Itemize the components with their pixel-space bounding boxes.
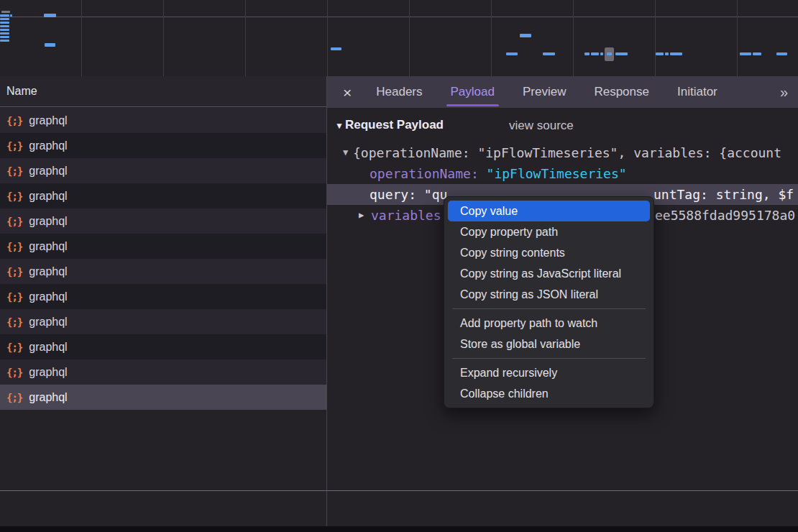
window-bottom-edge (0, 526, 798, 532)
json-icon: {;} (6, 216, 22, 227)
request-timing-bar (740, 52, 751, 55)
menu-item-collapse-children[interactable]: Collapse children (444, 383, 653, 404)
payload-object-preview: {operationName: "ipFlowTimeseries", vari… (353, 142, 781, 163)
request-row[interactable]: {;}graphql (0, 158, 326, 183)
menu-item-expand-recursively[interactable]: Expand recursively (444, 362, 653, 383)
status-bar-divider (0, 490, 798, 491)
request-timing-bar (0, 22, 9, 24)
request-timing-bar (0, 29, 9, 31)
request-name: graphql (29, 165, 67, 178)
operation-name-row[interactable]: operationName: "ipFlowTimeseries" (327, 163, 798, 184)
overview-gridline (245, 0, 246, 76)
menu-item-copy-string-as-json-literal[interactable]: Copy string as JSON literal (444, 284, 653, 305)
context-menu: Copy valueCopy property pathCopy string … (444, 196, 654, 408)
request-name: graphql (29, 265, 67, 278)
json-icon: {;} (6, 241, 22, 252)
request-name: graphql (29, 391, 67, 404)
menu-item-add-property-path-to-watch[interactable]: Add property path to watch (444, 313, 653, 334)
menu-separator (452, 308, 646, 309)
request-row[interactable]: {;}graphql (0, 284, 326, 309)
property-value: "ipFlowTimeseries" (487, 166, 627, 181)
request-row[interactable]: {;}graphql (0, 183, 326, 208)
details-tab-bar: × HeadersPayloadPreviewResponseInitiator… (327, 76, 798, 108)
overview-divider-line (0, 17, 798, 17)
property-key: variables (371, 205, 441, 226)
network-overview-timeline[interactable] (0, 0, 798, 77)
request-timing-bar (520, 34, 531, 37)
expand-triangle-icon[interactable]: ▼ (343, 142, 348, 163)
json-icon: {;} (6, 367, 22, 378)
menu-item-copy-string-contents[interactable]: Copy string contents (444, 242, 653, 263)
details-tabs: HeadersPayloadPreviewResponseInitiator (376, 76, 717, 108)
request-timing-bar (331, 47, 341, 50)
close-icon[interactable]: × (343, 85, 352, 100)
request-timing-bar (10, 14, 12, 17)
request-timing-bar (607, 52, 612, 55)
payload-root-row[interactable]: ▼ {operationName: "ipFlowTimeseries", va… (327, 142, 798, 163)
overview-gridline (81, 0, 82, 76)
request-row[interactable]: {;}graphql (0, 234, 326, 259)
menu-item-copy-string-as-javascript-literal[interactable]: Copy string as JavaScript literal (444, 263, 653, 284)
request-timing-bar (600, 52, 603, 55)
requests-table: Name {;}graphql{;}graphql{;}graphql{;}gr… (0, 76, 326, 490)
json-icon: {;} (6, 140, 22, 152)
request-rows: {;}graphql{;}graphql{;}graphql{;}graphql… (0, 108, 326, 410)
menu-item-copy-property-path[interactable]: Copy property path (444, 221, 653, 242)
tab-headers[interactable]: Headers (376, 76, 422, 108)
request-name: graphql (29, 290, 67, 303)
menu-item-copy-value[interactable]: Copy value (448, 201, 650, 221)
request-timing-bar (584, 52, 590, 55)
name-column-header[interactable]: Name (0, 76, 326, 107)
request-name: graphql (29, 366, 67, 379)
request-timing-bar (0, 14, 9, 17)
property-key: operationName: (370, 166, 479, 181)
request-name: graphql (29, 240, 67, 253)
collapse-triangle-icon[interactable]: ▶ (359, 205, 364, 226)
request-row[interactable]: {;}graphql (0, 108, 326, 133)
section-expand-triangle-icon[interactable]: ▼ (335, 121, 344, 131)
request-row[interactable]: {;}graphql (0, 309, 326, 334)
request-name: graphql (29, 316, 67, 329)
request-timing-bar (776, 52, 787, 55)
request-name: graphql (29, 190, 67, 203)
section-title: Request Payload (345, 118, 444, 132)
json-icon: {;} (6, 266, 22, 278)
json-icon: {;} (6, 316, 22, 328)
menu-separator (452, 358, 646, 359)
query-fragment-right: untTag: string, $f (653, 184, 794, 205)
request-timing-bar (656, 52, 664, 55)
request-timing-bar (591, 52, 599, 55)
tab-response[interactable]: Response (594, 76, 649, 108)
request-name: graphql (29, 215, 67, 228)
request-timing-bar (665, 52, 669, 55)
request-timing-bar (543, 52, 555, 55)
json-icon: {;} (6, 165, 22, 177)
tab-preview[interactable]: Preview (523, 76, 566, 108)
request-name: graphql (29, 139, 67, 152)
overview-gridline (655, 0, 656, 76)
request-row[interactable]: {;}graphql (0, 334, 326, 359)
menu-item-store-as-global-variable[interactable]: Store as global variable (444, 334, 653, 354)
request-timing-bar (506, 52, 518, 55)
request-timing-bar (0, 40, 9, 42)
overview-gridline (737, 0, 738, 76)
more-tabs-icon[interactable]: » (780, 84, 786, 101)
request-row[interactable]: {;}graphql (0, 259, 326, 284)
tab-initiator[interactable]: Initiator (677, 76, 717, 108)
view-source-link[interactable]: view source (509, 119, 574, 133)
request-timing-bar (0, 36, 9, 38)
overview-gridline (327, 0, 328, 76)
json-icon: {;} (6, 291, 22, 303)
json-icon: {;} (6, 341, 22, 353)
request-timing-bar (0, 25, 9, 27)
overview-gridline (163, 0, 164, 76)
request-row[interactable]: {;}graphql (0, 208, 326, 234)
tab-payload[interactable]: Payload (451, 76, 495, 108)
request-row[interactable]: {;}graphql (0, 133, 326, 158)
key-value-space (479, 166, 487, 181)
request-name: graphql (29, 341, 67, 354)
request-timing-bar (753, 52, 761, 55)
request-row[interactable]: {;}graphql (0, 359, 326, 385)
request-row[interactable]: {;}graphql (0, 385, 326, 410)
overview-gridline (573, 0, 574, 76)
